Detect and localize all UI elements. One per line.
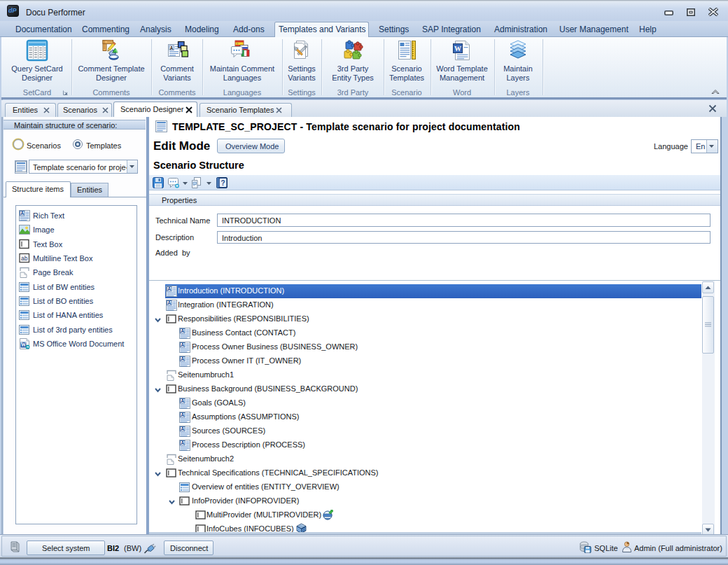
svg-text:A: A: [20, 211, 24, 216]
svg-text:W: W: [454, 45, 461, 53]
svg-text:A: A: [181, 328, 184, 333]
svg-text:A: A: [181, 342, 184, 347]
svg-text:A: A: [181, 412, 184, 417]
svg-text:A: A: [170, 46, 174, 50]
svg-text:ab: ab: [21, 255, 28, 262]
svg-text:?: ?: [221, 179, 225, 187]
svg-text:A: A: [181, 440, 184, 445]
svg-text:A: A: [181, 398, 184, 403]
svg-text:A: A: [181, 356, 184, 361]
svg-text:A: A: [167, 286, 171, 291]
svg-text:A: A: [167, 300, 171, 305]
svg-text:A: A: [181, 426, 184, 431]
